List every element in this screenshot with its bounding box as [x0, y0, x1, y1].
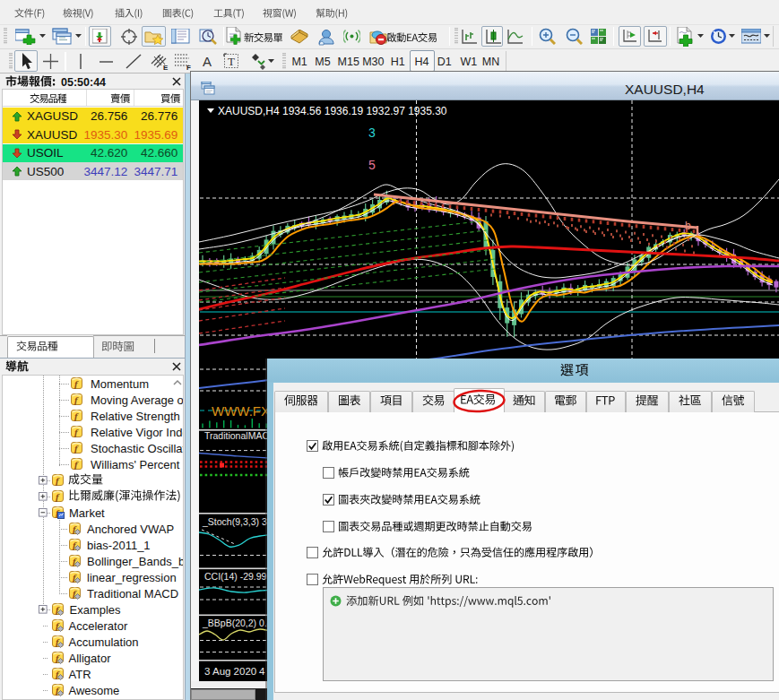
- svg-text:3: 3: [368, 125, 376, 140]
- svg-text:3 Aug 2020: 3 Aug 2020: [204, 666, 256, 677]
- svg-text:E: E: [163, 64, 169, 71]
- svg-text:XAUUSD,H4 1934.56 1936.19 193: XAUUSD,H4 1934.56 1936.19 1932.97 1935.3…: [218, 105, 447, 117]
- svg-text:4: 4: [259, 666, 265, 677]
- svg-text:F: F: [186, 64, 191, 71]
- svg-text:5: 5: [368, 158, 376, 172]
- svg-text:b: b: [685, 220, 691, 232]
- svg-text:T: T: [228, 55, 235, 68]
